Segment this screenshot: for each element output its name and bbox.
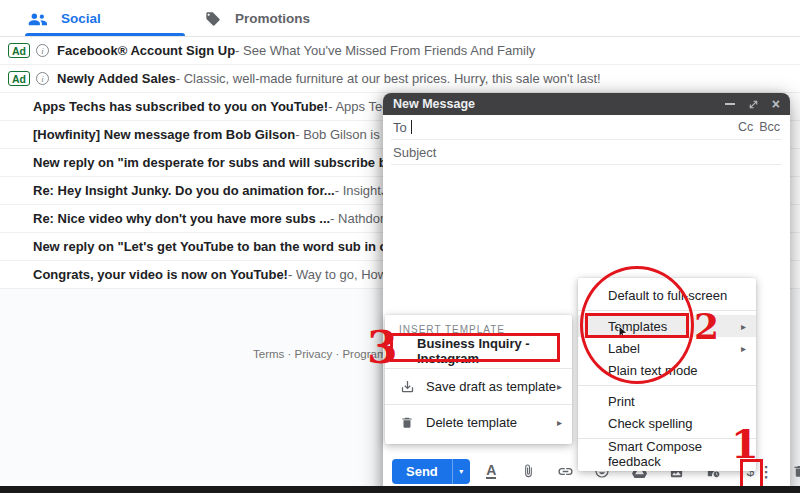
- email-subject: [Howfinity] New message from Bob Gilson: [33, 127, 295, 142]
- ad-row[interactable]: Ad i Facebook® Account Sign Up - See Wha…: [0, 37, 800, 65]
- compose-header[interactable]: New Message ×: [383, 93, 790, 115]
- ad-badge: Ad: [8, 43, 30, 58]
- menu-divider: [578, 385, 756, 386]
- menu-item-label: Save draft as template: [426, 379, 556, 394]
- ad-subject: Facebook® Account Sign Up: [57, 43, 235, 58]
- people-icon: [28, 12, 47, 26]
- send-button[interactable]: Send: [392, 459, 452, 484]
- insert-link-icon[interactable]: [557, 463, 574, 480]
- ad-snippet: - Classic, well-made furniture at our be…: [176, 71, 601, 86]
- menu-divider: [578, 310, 756, 311]
- email-subject: Re: Nice video why don't you have more s…: [33, 211, 330, 226]
- submenu-arrow-icon: ▸: [741, 321, 746, 332]
- subject-field[interactable]: Subject: [391, 140, 782, 165]
- info-icon[interactable]: i: [36, 72, 49, 85]
- tab-social-label: Social: [61, 11, 101, 26]
- menu-item-label: Smart Compose feedback: [608, 439, 746, 469]
- send-options-caret[interactable]: ▾: [452, 459, 470, 484]
- tab-social[interactable]: Social: [28, 0, 101, 37]
- gmail-screen: Social Promotions Ad i Facebook® Account…: [0, 0, 800, 493]
- save-draft-as-template-item[interactable]: Save draft as template ▸: [385, 373, 572, 400]
- submenu-arrow-icon: ▸: [557, 417, 562, 428]
- menu-item-label: Delete template: [426, 415, 517, 430]
- info-icon[interactable]: i: [36, 44, 49, 57]
- active-tab-indicator: [25, 33, 185, 36]
- menu-divider: [385, 404, 572, 405]
- menu-item-label[interactable]: Label▸: [578, 337, 756, 359]
- to-label: To: [393, 120, 407, 135]
- tag-icon: [205, 11, 221, 27]
- email-subject: Apps Techs has subscribed to you on YouT…: [33, 99, 328, 114]
- bottom-dark-strip: [0, 486, 800, 493]
- minimize-icon[interactable]: [725, 103, 735, 105]
- subject-label: Subject: [393, 145, 436, 160]
- close-icon[interactable]: ×: [772, 97, 780, 111]
- trash-icon: [399, 415, 415, 431]
- menu-item-label: Templates: [608, 319, 667, 334]
- compose-title: New Message: [393, 97, 475, 111]
- menu-item-label: Plain text mode: [608, 363, 698, 378]
- menu-item-print[interactable]: Print: [578, 390, 756, 412]
- menu-item-label: Print: [608, 394, 635, 409]
- ad-row[interactable]: Ad i Newly Added Sales - Classic, well-m…: [0, 65, 800, 93]
- menu-item-check-spelling[interactable]: Check spelling: [578, 412, 756, 434]
- menu-divider: [385, 368, 572, 369]
- menu-item-label: Default to full-screen: [608, 288, 727, 303]
- attach-file-icon[interactable]: [520, 463, 537, 480]
- bcc-button[interactable]: Bcc: [759, 120, 780, 134]
- formatting-options-icon[interactable]: A: [483, 463, 500, 480]
- text-cursor: [411, 120, 412, 134]
- ad-badge: Ad: [8, 71, 30, 86]
- submenu-arrow-icon: ▸: [557, 381, 562, 392]
- email-subject: Congrats, your video is now on YouTube!: [33, 267, 288, 282]
- menu-item-plain-text-mode[interactable]: Plain text mode: [578, 359, 756, 381]
- ad-snippet: - See What You've Missed From Friends An…: [235, 43, 535, 58]
- more-options-icon[interactable]: ⋮: [759, 464, 774, 479]
- cc-button[interactable]: Cc: [738, 120, 753, 134]
- more-options-menu: Default to full-screen Templates▸ Label▸…: [578, 278, 756, 471]
- menu-item-default-fullscreen[interactable]: Default to full-screen: [578, 284, 756, 306]
- templates-submenu: INSERT TEMPLATE Business Inquiry - Insta…: [385, 315, 572, 444]
- menu-item-smart-compose-feedback[interactable]: Smart Compose feedback: [578, 443, 756, 465]
- submenu-arrow-icon: ▸: [741, 343, 746, 354]
- tab-promotions[interactable]: Promotions: [205, 0, 310, 37]
- inbox-tab-bar: Social Promotions: [0, 0, 800, 37]
- menu-item-label: Label: [608, 341, 640, 356]
- template-item-business-inquiry[interactable]: Business Inquiry - Instagram: [385, 338, 572, 364]
- ad-subject: Newly Added Sales: [57, 71, 176, 86]
- discard-draft-icon[interactable]: [791, 463, 800, 480]
- menu-item-label: Check spelling: [608, 416, 693, 431]
- menu-item-templates[interactable]: Templates▸: [578, 315, 756, 337]
- email-subject: Re: Hey Insight Junky. Do you do animati…: [33, 183, 335, 198]
- to-field[interactable]: To Cc Bcc: [391, 115, 782, 140]
- tab-promotions-label: Promotions: [235, 11, 310, 26]
- delete-template-item[interactable]: Delete template ▸: [385, 409, 572, 436]
- save-template-icon: [399, 379, 415, 395]
- expand-icon[interactable]: [748, 99, 759, 110]
